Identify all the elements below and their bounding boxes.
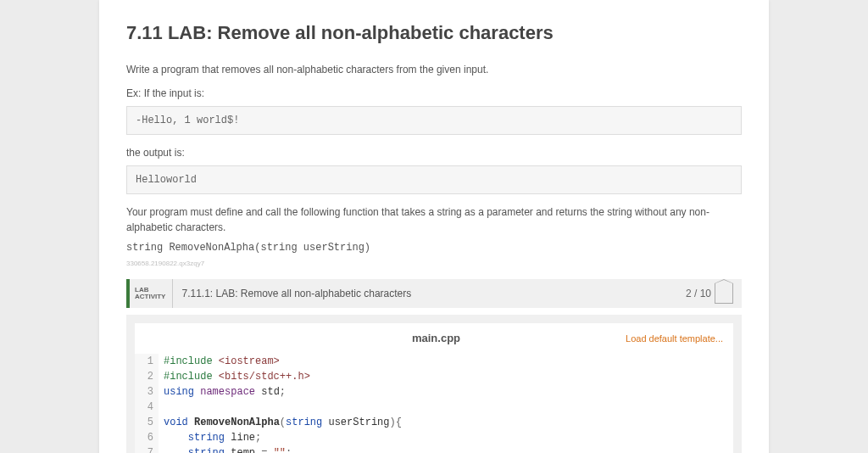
code-text[interactable]: #include <bits/stdc++.h>: [159, 369, 310, 384]
score-badge-icon: [715, 283, 733, 304]
code-panel-header: main.cpp Load default template...: [135, 323, 733, 354]
function-signature: string RemoveNonAlpha(string userString): [126, 240, 742, 255]
lab-activity-header: LAB ACTIVITY 7.11.1: LAB: Remove all non…: [126, 279, 742, 308]
example-input-box: -Hello, 1 world$!: [126, 106, 742, 135]
lab-score-text: 2 / 10: [686, 286, 711, 301]
load-template-link[interactable]: Load default template...: [626, 332, 723, 346]
example-input-label: Ex: If the input is:: [126, 86, 742, 101]
lab-badge-line2: ACTIVITY: [135, 294, 165, 300]
code-text[interactable]: string line;: [159, 430, 261, 445]
requirement-text: Your program must define and call the fo…: [126, 204, 742, 235]
filename-label: main.cpp: [247, 330, 626, 347]
lab-badge: LAB ACTIVITY: [130, 279, 173, 308]
line-number: 1: [135, 354, 159, 369]
code-line[interactable]: 5void RemoveNonAlpha(string userString){: [135, 415, 733, 430]
code-editor[interactable]: 1#include <iostream>2#include <bits/stdc…: [135, 354, 733, 454]
code-line[interactable]: 6 string line;: [135, 430, 733, 445]
intro-text: Write a program that removes all non-alp…: [126, 62, 742, 77]
page-title: 7.11 LAB: Remove all non-alphabetic char…: [126, 19, 742, 47]
code-line[interactable]: 1#include <iostream>: [135, 354, 733, 369]
line-number: 7: [135, 445, 159, 454]
line-number: 4: [135, 400, 159, 415]
lab-score: 2 / 10: [677, 279, 742, 308]
code-panel: main.cpp Load default template... 1#incl…: [126, 315, 742, 453]
line-number: 5: [135, 415, 159, 430]
code-text[interactable]: void RemoveNonAlpha(string userString){: [159, 415, 402, 430]
code-text[interactable]: #include <iostream>: [159, 354, 280, 369]
lab-activity-title: 7.11.1: LAB: Remove all non-alphabetic c…: [173, 279, 677, 308]
line-number: 6: [135, 430, 159, 445]
line-number: 3: [135, 384, 159, 400]
code-text[interactable]: using namespace std;: [159, 384, 286, 400]
code-text[interactable]: string temp = "";: [159, 445, 292, 454]
example-output-label: the output is:: [126, 145, 742, 160]
code-line[interactable]: 4: [135, 400, 733, 415]
code-line[interactable]: 3using namespace std;: [135, 384, 733, 400]
example-output-box: Helloworld: [126, 165, 742, 194]
meta-id: 330658.2190822.qx3zqy7: [126, 259, 742, 269]
code-line[interactable]: 7 string temp = "";: [135, 445, 733, 454]
content: 7.11 LAB: Remove all non-alphabetic char…: [99, 0, 769, 453]
code-line[interactable]: 2#include <bits/stdc++.h>: [135, 369, 733, 384]
page-wrapper: 7.11 LAB: Remove all non-alphabetic char…: [99, 0, 769, 453]
code-text[interactable]: [159, 400, 170, 415]
line-number: 2: [135, 369, 159, 384]
